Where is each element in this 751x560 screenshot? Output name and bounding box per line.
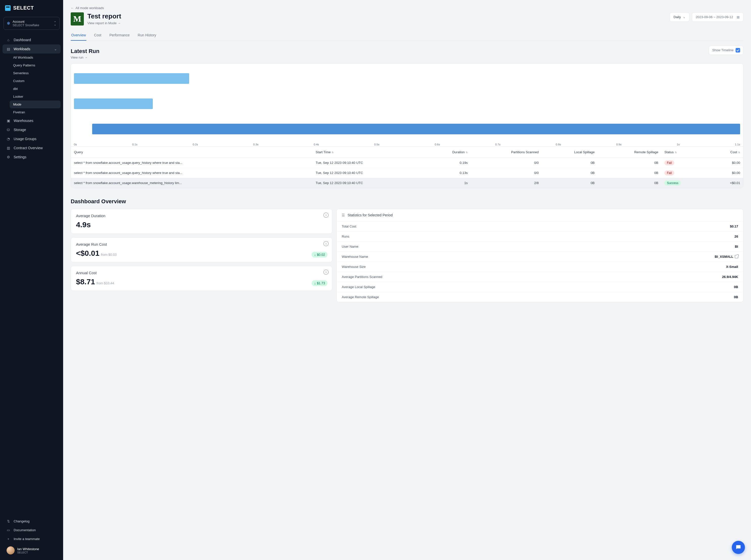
nav-settings[interactable]: ⚙Settings: [2, 153, 61, 162]
account-name: SELECT Snowflake: [13, 23, 51, 27]
stats-key: Runs: [342, 235, 349, 238]
nav-contract[interactable]: ▥Contract Overview: [2, 143, 61, 153]
cell-cost: $0.00: [709, 158, 743, 168]
stats-row: Average Partitions Scanned26.9/4.94K: [337, 272, 743, 282]
stats-value: 0B: [734, 295, 738, 299]
info-icon[interactable]: i: [323, 269, 329, 275]
changelog-icon: ⇅: [6, 519, 11, 523]
axis-tick: 0.9s: [616, 143, 621, 146]
stats-key: Average Partitions Scanned: [342, 275, 382, 279]
nav-custom[interactable]: Custom: [9, 77, 61, 85]
nav-looker[interactable]: Looker: [9, 93, 61, 100]
tabs: Overview Cost Performance Run History: [71, 30, 744, 41]
col-partitions[interactable]: Partitions Scanned: [471, 147, 542, 158]
cell-partitions: 2/8: [471, 178, 542, 188]
breadcrumb-back[interactable]: ← All mode workloads: [71, 6, 744, 10]
nav-fivetran[interactable]: Fivetran: [9, 108, 61, 116]
axis-tick: 0.1s: [132, 143, 137, 146]
card-avg-duration: i Average Duration 4.9s: [71, 209, 332, 234]
cell-remote: 0B: [598, 158, 661, 168]
stats-key: Warehouse Name: [342, 255, 368, 259]
nav-documentation[interactable]: ▭Documentation: [2, 526, 61, 535]
nav-storage[interactable]: ⛁Storage: [2, 125, 61, 134]
axis-tick: 1.1s: [735, 143, 740, 146]
tab-overview[interactable]: Overview: [71, 30, 86, 41]
info-icon[interactable]: i: [323, 241, 329, 246]
view-run-link[interactable]: View run →: [71, 56, 99, 59]
table-row[interactable]: select * from snowflake.account_usage.qu…: [71, 158, 743, 168]
col-local[interactable]: Local Spillage: [542, 147, 598, 158]
nav-mode[interactable]: Mode: [9, 100, 61, 108]
nav-changelog[interactable]: ⇅Changelog: [2, 517, 61, 526]
external-link-icon[interactable]: [735, 255, 738, 258]
tab-cost[interactable]: Cost: [94, 30, 102, 41]
tab-performance[interactable]: Performance: [109, 30, 130, 41]
dashboard-overview-title: Dashboard Overview: [71, 198, 744, 205]
status-badge: Fail: [665, 160, 674, 165]
nav-serverless[interactable]: Serverless: [9, 69, 61, 77]
info-icon[interactable]: i: [323, 213, 329, 218]
timeline-bar[interactable]: [74, 98, 153, 109]
account-switcher[interactable]: ✻ Account SELECT Snowflake ⌃⌄: [3, 17, 60, 30]
col-start[interactable]: Start Time⇅: [313, 147, 425, 158]
page-title: Test report: [87, 12, 121, 20]
col-query[interactable]: Query: [71, 147, 313, 158]
chat-icon: [735, 544, 742, 551]
nav-warehouses[interactable]: ▣Warehouses: [2, 116, 61, 125]
col-remote[interactable]: Remote Spillage: [598, 147, 661, 158]
chat-support-button[interactable]: [732, 541, 745, 554]
stats-row: Total Cost$0.17: [337, 221, 743, 231]
nav-all-workloads[interactable]: All Workloads: [9, 54, 61, 61]
cell-local: 0B: [542, 178, 598, 188]
view-in-mode-link[interactable]: View report in Mode →: [87, 21, 121, 25]
stats-row: Average Remote Spillage0B: [337, 292, 743, 302]
nav-query-patterns[interactable]: Query Patterns: [9, 61, 61, 69]
user-org: SELECT: [17, 551, 39, 554]
nav-dashboard[interactable]: ⌂Dashboard: [2, 35, 61, 44]
stats-value: X-Small: [726, 265, 738, 268]
cell-query: select * from snowflake.account_usage.wa…: [71, 178, 313, 188]
latest-run-title: Latest Run: [71, 48, 99, 55]
stats-row: Average Local Spillage0B: [337, 282, 743, 292]
axis-tick: 1s: [677, 143, 680, 146]
cell-status: Fail: [661, 158, 709, 168]
nav-invite[interactable]: +Invite a teammate: [2, 535, 61, 543]
tab-run-history[interactable]: Run History: [137, 30, 157, 41]
axis-tick: 0.2s: [193, 143, 198, 146]
stats-value: BI_XSMALL: [715, 255, 738, 259]
stats-value: $0.17: [730, 224, 738, 228]
stats-key: User Name: [342, 245, 358, 248]
col-duration[interactable]: Duration⇅: [425, 147, 471, 158]
cell-duration: 1s: [425, 178, 471, 188]
checkbox-checked-icon: [736, 48, 740, 53]
cell-duration: 0.13s: [425, 168, 471, 178]
timeline-bar[interactable]: [92, 124, 740, 134]
user-menu[interactable]: Ian Whitestone SELECT: [2, 543, 61, 558]
home-icon: ⌂: [6, 38, 11, 42]
col-status[interactable]: Status⇅: [661, 147, 709, 158]
granularity-select[interactable]: Daily ⌄: [670, 12, 689, 22]
sort-icon: ⇅: [738, 151, 740, 154]
stats-row: User NameBI: [337, 241, 743, 252]
account-label: Account: [13, 20, 51, 23]
nav-workloads[interactable]: ▤Workloads⌄: [2, 44, 61, 54]
axis-tick: 0s: [74, 143, 77, 146]
date-range-picker[interactable]: 2023-09-06 ~ 2023-09-12 ▦: [692, 12, 744, 22]
cell-cost: $0.00: [709, 168, 743, 178]
nav-dbt[interactable]: dbt: [9, 85, 61, 93]
stats-row: Warehouse SizeX-Small: [337, 262, 743, 272]
nav-usage-groups[interactable]: ◔Usage Groups: [2, 134, 61, 143]
timeline-chart: 0s0.1s0.2s0.3s0.4s0.5s0.6s0.7s0.8s0.9s1s…: [71, 63, 744, 147]
table-row[interactable]: select * from snowflake.account_usage.wa…: [71, 178, 743, 188]
stats-key: Warehouse Size: [342, 265, 365, 268]
list-icon: ☰: [342, 213, 345, 217]
timeline-bar[interactable]: [74, 73, 189, 84]
delta-badge: ↓$0.02: [312, 252, 328, 258]
warehouse-icon: ▣: [6, 119, 11, 123]
show-timeline-toggle[interactable]: Show Timeline: [709, 46, 744, 55]
query-table: Query Start Time⇅ Duration⇅ Partitions S…: [71, 147, 744, 188]
table-row[interactable]: select * from snowflake.account_usage.qu…: [71, 168, 743, 178]
axis-tick: 0.7s: [495, 143, 500, 146]
stats-row: Warehouse NameBI_XSMALL: [337, 252, 743, 262]
col-cost[interactable]: Cost⇅: [709, 147, 743, 158]
